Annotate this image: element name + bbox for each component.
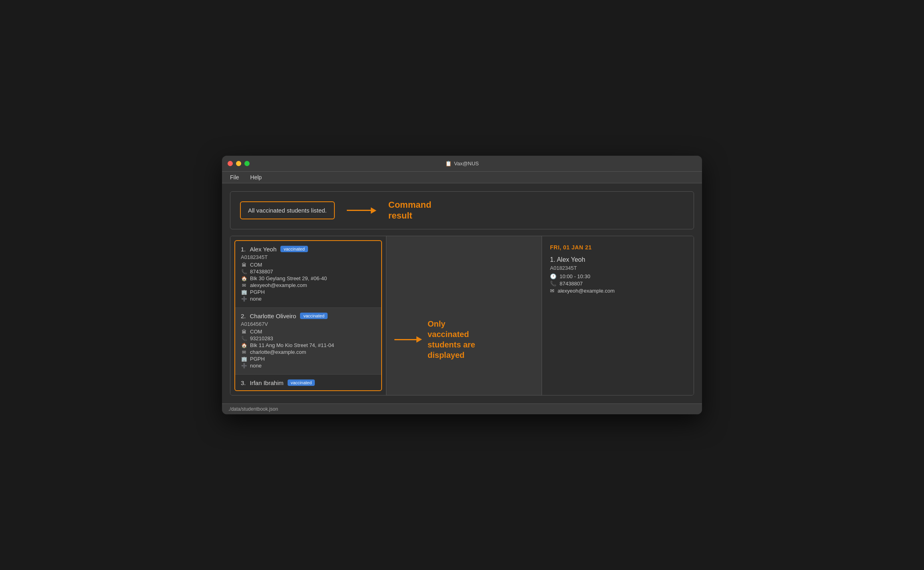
student-header-2: 2. Charlotte Oliveiro vaccinated bbox=[241, 313, 376, 319]
appt-student-name: 1. Alex Yeoh bbox=[550, 256, 686, 263]
command-result-text: All vaccinated students listed. bbox=[248, 207, 327, 214]
student-number-1: 1. bbox=[241, 246, 246, 253]
faculty-icon-1: 🏛 bbox=[241, 262, 247, 268]
phone-icon-1: 📞 bbox=[241, 269, 247, 275]
command-result-box: All vaccinated students listed. bbox=[240, 201, 335, 219]
student-faculty-2: 🏛 COM bbox=[241, 329, 376, 335]
app-window: 📋 Vax@NUS File Help All vaccinated stude… bbox=[222, 156, 702, 414]
address-icon-1: 🏠 bbox=[241, 276, 247, 281]
clock-icon: 🕐 bbox=[550, 273, 556, 279]
student-list-pane[interactable]: 1. Alex Yeoh vaccinated A0182345T 🏛 COM … bbox=[230, 236, 386, 395]
student-email-2: ✉ charlotte@example.com bbox=[241, 349, 376, 355]
vaccine-icon-1: ➕ bbox=[241, 296, 247, 302]
faculty-icon-2: 🏛 bbox=[241, 329, 247, 335]
appt-student-id: A0182345T bbox=[550, 265, 686, 271]
annotation-arrow bbox=[394, 336, 422, 343]
window-title: 📋 Vax@NUS bbox=[445, 161, 479, 167]
appt-phone: 📞 87438807 bbox=[550, 281, 686, 287]
app-body: All vaccinated students listed. Command … bbox=[222, 183, 702, 403]
appt-time: 🕐 10:00 - 10:30 bbox=[550, 273, 686, 279]
student-id-1: A0182345T bbox=[241, 254, 376, 260]
student-entry-1[interactable]: 1. Alex Yeoh vaccinated A0182345T 🏛 COM … bbox=[235, 241, 381, 308]
student-number-3: 3. bbox=[241, 379, 246, 386]
arrow-line bbox=[347, 210, 371, 211]
command-result-section: All vaccinated students listed. Command … bbox=[230, 191, 694, 229]
student-id-2: A0164567V bbox=[241, 321, 376, 327]
email-icon-1: ✉ bbox=[241, 283, 247, 288]
app-icon: 📋 bbox=[445, 161, 452, 167]
student-vaccine-2: ➕ none bbox=[241, 363, 376, 369]
student-entry-2[interactable]: 2. Charlotte Oliveiro vaccinated A016456… bbox=[235, 308, 381, 375]
statusbar: ./data/studentbook.json bbox=[222, 403, 702, 414]
right-pane: FRI, 01 JAN 21 1. Alex Yeoh A0182345T 🕐 … bbox=[542, 236, 694, 395]
email-icon-2: ✉ bbox=[241, 349, 247, 355]
vaccinated-badge-1: vaccinated bbox=[280, 246, 308, 252]
appt-email: ✉ alexyeoh@example.com bbox=[550, 288, 686, 294]
command-arrow bbox=[347, 207, 376, 214]
student-name-3: Irfan Ibrahim bbox=[250, 379, 284, 386]
titlebar: 📋 Vax@NUS bbox=[222, 156, 702, 172]
main-content: 1. Alex Yeoh vaccinated A0182345T 🏛 COM … bbox=[230, 236, 694, 395]
vaccinated-badge-2: vaccinated bbox=[300, 313, 328, 319]
minimize-button[interactable] bbox=[236, 161, 241, 166]
menu-help[interactable]: Help bbox=[248, 173, 264, 181]
annotation-arrow-head bbox=[416, 336, 422, 343]
student-name-2: Charlotte Oliveiro bbox=[250, 313, 296, 319]
statusbar-path: ./data/studentbook.json bbox=[228, 406, 278, 412]
student-name-1: Alex Yeoh bbox=[250, 246, 277, 253]
student-residence-1: 🏢 PGPH bbox=[241, 289, 376, 295]
middle-pane: Only vaccinated students are displayed bbox=[386, 236, 542, 395]
student-phone-1: 📞 87438807 bbox=[241, 269, 376, 275]
student-address-2: 🏠 Blk 11 Ang Mo Kio Street 74, #11-04 bbox=[241, 342, 376, 348]
student-header-1: 1. Alex Yeoh vaccinated bbox=[241, 246, 376, 253]
student-address-1: 🏠 Blk 30 Geylang Street 29, #06-40 bbox=[241, 275, 376, 281]
menu-file[interactable]: File bbox=[228, 173, 242, 181]
student-vaccine-1: ➕ none bbox=[241, 296, 376, 302]
annotation-arrow-line bbox=[394, 339, 416, 340]
student-faculty-1: 🏛 COM bbox=[241, 262, 376, 268]
residence-icon-2: 🏢 bbox=[241, 356, 247, 362]
student-entry-3[interactable]: 3. Irfan Ibrahim vaccinated bbox=[235, 375, 381, 390]
traffic-lights bbox=[228, 161, 250, 166]
vaccinated-badge-3: vaccinated bbox=[288, 379, 315, 386]
appointment-date: FRI, 01 JAN 21 bbox=[550, 244, 686, 251]
maximize-button[interactable] bbox=[244, 161, 250, 166]
command-result-label: Command result bbox=[388, 200, 432, 221]
arrow-head bbox=[371, 207, 376, 214]
student-residence-2: 🏢 PGPH bbox=[241, 356, 376, 362]
appt-email-icon: ✉ bbox=[550, 288, 554, 294]
student-number-2: 2. bbox=[241, 313, 246, 319]
appt-phone-icon: 📞 bbox=[550, 281, 556, 287]
student-list-inner: 1. Alex Yeoh vaccinated A0182345T 🏛 COM … bbox=[234, 240, 382, 391]
residence-icon-1: 🏢 bbox=[241, 289, 247, 295]
student-phone-2: 📞 93210283 bbox=[241, 335, 376, 341]
close-button[interactable] bbox=[228, 161, 233, 166]
phone-icon-2: 📞 bbox=[241, 336, 247, 341]
vaccine-icon-2: ➕ bbox=[241, 363, 247, 369]
student-header-3: 3. Irfan Ibrahim vaccinated bbox=[241, 379, 376, 386]
annotation-label: Only vaccinated students are displayed bbox=[428, 319, 475, 360]
student-email-1: ✉ alexyeoh@example.com bbox=[241, 282, 376, 288]
address-icon-2: 🏠 bbox=[241, 343, 247, 348]
menubar: File Help bbox=[222, 172, 702, 183]
